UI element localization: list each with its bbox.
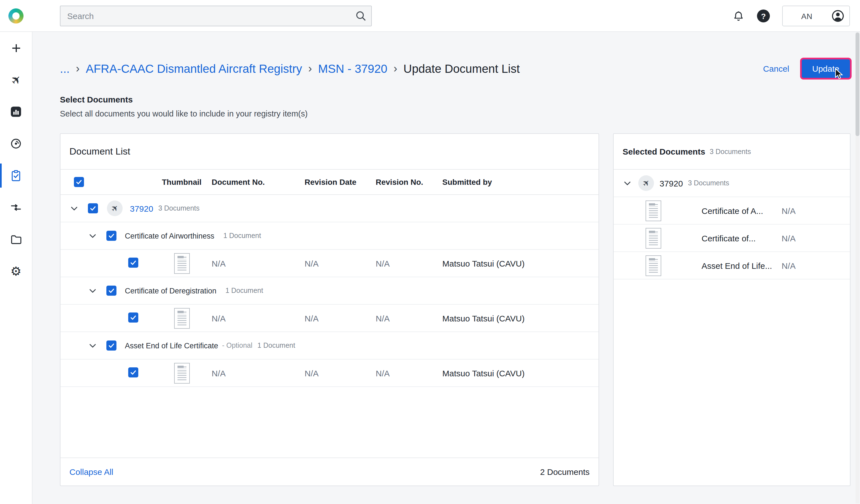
document-total: 2 Documents xyxy=(540,467,590,477)
revision-no-value: N/A xyxy=(376,368,442,378)
document-checkbox-cell xyxy=(60,258,152,269)
section-checkbox[interactable] xyxy=(106,286,116,296)
group-checkbox[interactable] xyxy=(88,203,98,213)
selected-item-value: N/A xyxy=(782,206,850,215)
chevron-down-icon[interactable] xyxy=(88,341,97,350)
document-thumbnail xyxy=(174,253,189,274)
document-no-value: N/A xyxy=(212,258,304,268)
selected-item-name: Certificate of... xyxy=(702,233,782,243)
scrollbar-thumb[interactable] xyxy=(856,32,859,136)
gear-icon xyxy=(10,265,21,277)
select-all-checkbox[interactable] xyxy=(74,177,84,187)
bell-icon[interactable] xyxy=(732,10,745,22)
document-thumbnail xyxy=(646,255,661,276)
submitted-by-value: Matsuo Tatsui (CAVU) xyxy=(442,368,599,378)
chevron-down-icon[interactable] xyxy=(623,179,632,187)
submitted-by-value: Matsuo Tatsui (CAVU) xyxy=(442,313,599,323)
selected-group-msn: 37920 xyxy=(660,178,683,188)
selected-group-count: 3 Documents xyxy=(688,179,729,187)
section-checkbox[interactable] xyxy=(106,231,116,241)
document-no-value: N/A xyxy=(212,368,304,378)
sidebar-item-settings[interactable] xyxy=(0,255,32,287)
table-header-row: Thumbnail Document No. Revision Date Rev… xyxy=(60,170,599,195)
section-count: 1 Document xyxy=(225,287,263,294)
user-menu[interactable]: AN xyxy=(782,5,850,26)
empty-space xyxy=(60,387,599,458)
section-row-deregistration: Certificate of Deregistration 1 Document xyxy=(60,277,599,305)
page-subtitle: Select all documents you would like to i… xyxy=(60,109,860,118)
sidebar-item-tracking[interactable] xyxy=(0,128,32,160)
document-list-panel: Document List Thumbnail Document No. Rev… xyxy=(60,133,599,486)
chevron-down-icon[interactable] xyxy=(88,286,97,295)
airplane-circle-icon xyxy=(107,201,123,216)
column-header-document-no: Document No. xyxy=(212,177,304,186)
selected-documents-panel: Selected Documents 3 Documents 37920 3 D… xyxy=(613,133,850,486)
selected-item-value: N/A xyxy=(782,233,850,243)
revision-date-value: N/A xyxy=(304,258,376,268)
app-logo[interactable] xyxy=(9,9,24,24)
user-initials: AN xyxy=(801,12,813,20)
section-row-end-of-life: Asset End of Life Certificate - Optional… xyxy=(60,332,599,360)
document-thumbnail xyxy=(174,363,189,383)
selected-item-row: Certificate of A... N/A xyxy=(614,197,850,225)
help-icon[interactable]: ? xyxy=(757,10,770,23)
chevron-down-icon[interactable] xyxy=(88,232,97,240)
cancel-button[interactable]: Cancel xyxy=(763,64,789,73)
revision-date-value: N/A xyxy=(304,313,376,323)
breadcrumb-item-msn[interactable]: MSN - 37920 xyxy=(318,62,387,75)
sidebar-item-aircraft[interactable] xyxy=(0,64,32,96)
document-checkbox[interactable] xyxy=(128,368,138,377)
breadcrumb-item-registry[interactable]: AFRA-CAAC Dismantled Aircraft Registry xyxy=(86,62,302,75)
collapse-all-link[interactable]: Collapse All xyxy=(69,467,113,477)
search-input[interactable] xyxy=(60,5,372,26)
airplane-icon xyxy=(9,72,24,88)
section-checkbox[interactable] xyxy=(106,341,116,350)
column-header-submitted-by: Submitted by xyxy=(442,177,599,186)
selected-item-value: N/A xyxy=(782,261,850,270)
plus-icon xyxy=(11,43,21,53)
chevron-down-icon[interactable] xyxy=(70,204,78,213)
breadcrumb-separator: › xyxy=(393,62,397,75)
vertical-scrollbar[interactable] xyxy=(856,32,859,503)
transfer-icon xyxy=(10,201,23,214)
sidebar-item-analytics[interactable] xyxy=(0,96,32,128)
document-list-title: Document List xyxy=(69,146,130,157)
sidebar-item-add[interactable] xyxy=(0,32,32,64)
group-row-37920: 37920 3 Documents xyxy=(60,195,599,222)
breadcrumb-ellipsis[interactable]: ... xyxy=(60,62,70,75)
document-row: N/A N/A N/A Matsuo Tatsui (CAVU) xyxy=(60,250,599,277)
document-no-value: N/A xyxy=(212,313,304,323)
revision-date-value: N/A xyxy=(304,368,376,378)
document-checkbox[interactable] xyxy=(128,258,138,268)
column-header-thumbnail: Thumbnail xyxy=(152,177,212,186)
selected-documents-count: 3 Documents xyxy=(710,147,751,155)
select-all-cell xyxy=(60,177,152,187)
sidebar-item-documents[interactable] xyxy=(0,224,32,255)
search-box xyxy=(60,5,372,26)
sidebar-item-registry[interactable] xyxy=(0,160,32,191)
search-icon[interactable] xyxy=(355,10,367,22)
document-thumbnail xyxy=(174,308,189,329)
selected-item-row: Certificate of... N/A xyxy=(614,225,850,252)
section-name: Certificate of Airworthiness xyxy=(125,232,214,240)
revision-no-value: N/A xyxy=(376,258,442,268)
selected-group-row: 37920 3 Documents xyxy=(614,170,850,197)
section-count: 1 Document xyxy=(258,342,295,349)
document-checkbox[interactable] xyxy=(128,313,138,322)
page-header: ... › AFRA-CAAC Dismantled Aircraft Regi… xyxy=(60,59,850,78)
panels: Document List Thumbnail Document No. Rev… xyxy=(60,133,850,486)
airplane-circle-icon xyxy=(638,175,654,191)
topbar: ? AN xyxy=(0,0,860,32)
sidebar-item-transfers[interactable] xyxy=(0,191,32,224)
submitted-by-value: Matsuo Tatsui (CAVU) xyxy=(442,258,599,268)
thumbnail-cell xyxy=(152,308,212,329)
page-title: Select Documents xyxy=(60,95,860,104)
document-list-header: Document List xyxy=(60,134,599,170)
column-header-revision-date: Revision Date xyxy=(304,177,376,186)
update-button[interactable]: Update xyxy=(802,59,850,78)
section-count: 1 Document xyxy=(224,232,261,240)
group-msn-link[interactable]: 37920 xyxy=(130,204,153,213)
document-thumbnail xyxy=(646,228,661,248)
thumbnail-cell xyxy=(152,253,212,274)
breadcrumb: ... › AFRA-CAAC Dismantled Aircraft Regi… xyxy=(60,62,763,75)
